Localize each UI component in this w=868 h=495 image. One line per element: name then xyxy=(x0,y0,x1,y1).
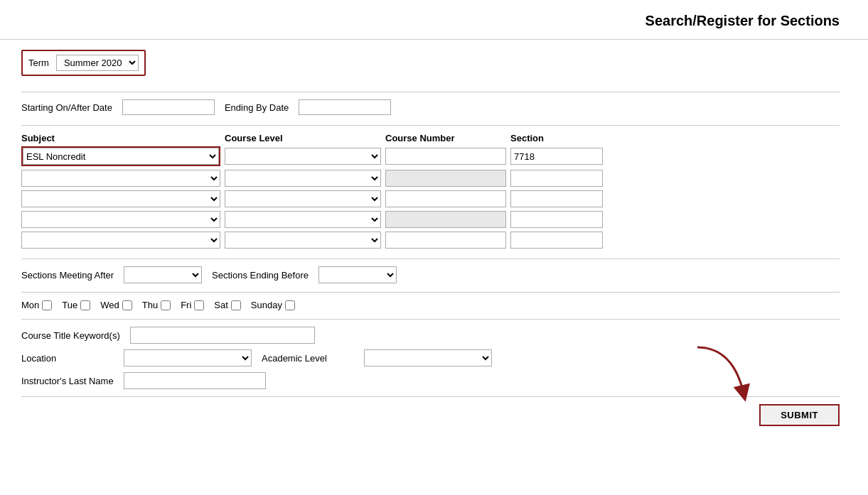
day-tue-checkbox[interactable] xyxy=(80,300,90,310)
course-row-1: ESL Noncredit xyxy=(21,146,840,166)
section-input-1[interactable] xyxy=(510,148,603,165)
divider-2 xyxy=(21,125,840,126)
day-sunday-checkbox[interactable] xyxy=(285,300,295,310)
location-select[interactable] xyxy=(124,349,252,366)
keyword-row: Course Title Keyword(s) xyxy=(21,327,840,344)
subject-select-3[interactable] xyxy=(21,190,220,207)
submit-button[interactable]: SUBMIT xyxy=(759,404,840,426)
divider-5 xyxy=(21,319,840,320)
course-number-input-2[interactable] xyxy=(385,170,506,187)
meeting-before-label: Sections Ending Before xyxy=(212,270,309,281)
divider-3 xyxy=(21,259,840,259)
day-fri: Fri xyxy=(181,300,204,310)
keyword-label: Course Title Keyword(s) xyxy=(21,330,120,341)
day-tue: Tue xyxy=(62,300,90,310)
divider-4 xyxy=(21,292,840,293)
date-row: Starting On/After Date Ending By Date xyxy=(21,99,840,115)
day-fri-label: Fri xyxy=(181,300,191,310)
section-input-4[interactable] xyxy=(510,211,603,228)
day-wed-label: Wed xyxy=(100,300,119,310)
subject-col-highlighted: ESL Noncredit xyxy=(21,146,220,166)
keyword-input[interactable] xyxy=(130,327,315,344)
course-row-3 xyxy=(21,190,840,207)
page-wrapper: Search/Register for Sections Term Summer… xyxy=(0,0,868,495)
meeting-after-select[interactable] xyxy=(124,266,202,283)
day-mon: Mon xyxy=(21,300,52,310)
section-header: Section xyxy=(510,133,603,143)
start-date-label: Starting On/After Date xyxy=(21,102,112,113)
day-sat: Sat xyxy=(214,300,241,310)
end-date-input[interactable] xyxy=(299,99,391,115)
day-thu-label: Thu xyxy=(142,300,158,310)
section-input-5[interactable] xyxy=(510,232,603,249)
subject-select-5[interactable] xyxy=(21,232,220,249)
day-fri-checkbox[interactable] xyxy=(194,300,204,310)
submit-area: SUBMIT xyxy=(21,396,840,436)
course-row-2 xyxy=(21,170,840,187)
course-row-4 xyxy=(21,211,840,228)
meeting-row: Sections Meeting After Sections Ending B… xyxy=(21,266,840,283)
form-area: Term Summer 2020 Fall 2020 Spring 2021 S… xyxy=(0,40,868,446)
instructor-input[interactable] xyxy=(124,372,266,389)
course-number-input-5[interactable] xyxy=(385,232,506,249)
day-wed: Wed xyxy=(100,300,132,310)
meeting-after-label: Sections Meeting After xyxy=(21,270,114,281)
day-wed-checkbox[interactable] xyxy=(122,300,132,310)
course-number-input-1[interactable] xyxy=(385,148,506,165)
course-row-5 xyxy=(21,232,840,249)
divider-1 xyxy=(21,92,840,92)
subject-select-1[interactable]: ESL Noncredit xyxy=(23,148,219,165)
course-number-input-3[interactable] xyxy=(385,190,506,207)
course-level-header: Course Level xyxy=(225,133,381,143)
section-input-3[interactable] xyxy=(510,190,603,207)
course-level-select-4[interactable] xyxy=(225,211,381,228)
arrow-annotation xyxy=(690,344,754,404)
day-thu-checkbox[interactable] xyxy=(161,300,171,310)
term-select[interactable]: Summer 2020 Fall 2020 Spring 2021 xyxy=(56,55,139,71)
day-thu: Thu xyxy=(142,300,171,310)
section-input-2[interactable] xyxy=(510,170,603,187)
subject-select-4[interactable] xyxy=(21,211,220,228)
course-level-select-3[interactable] xyxy=(225,190,381,207)
instructor-label: Instructor's Last Name xyxy=(21,376,114,386)
subject-select-2[interactable] xyxy=(21,170,220,187)
course-level-select-1[interactable] xyxy=(225,148,381,165)
subject-header: Subject xyxy=(21,133,220,143)
end-date-label: Ending By Date xyxy=(225,102,289,113)
day-tue-label: Tue xyxy=(62,300,77,310)
course-section: Subject Course Level Course Number Secti… xyxy=(21,133,840,249)
course-level-select-5[interactable] xyxy=(225,232,381,249)
day-sat-label: Sat xyxy=(214,300,228,310)
course-number-header: Course Number xyxy=(385,133,506,143)
day-sunday: Sunday xyxy=(251,300,295,310)
day-mon-checkbox[interactable] xyxy=(42,300,52,310)
course-number-input-4[interactable] xyxy=(385,211,506,228)
day-sunday-label: Sunday xyxy=(251,300,282,310)
course-headers: Subject Course Level Course Number Secti… xyxy=(21,133,840,143)
academic-label: Academic Level xyxy=(262,353,354,364)
academic-select[interactable] xyxy=(364,349,492,366)
meeting-before-select[interactable] xyxy=(318,266,397,283)
term-row-wrapper: Term Summer 2020 Fall 2020 Spring 2021 xyxy=(21,50,840,85)
day-mon-label: Mon xyxy=(21,300,39,310)
location-label: Location xyxy=(21,353,114,364)
page-title: Search/Register for Sections xyxy=(0,0,868,40)
term-row: Term Summer 2020 Fall 2020 Spring 2021 xyxy=(21,50,146,76)
start-date-input[interactable] xyxy=(122,99,215,115)
day-sat-checkbox[interactable] xyxy=(231,300,241,310)
days-row: Mon Tue Wed Thu Fri Sat xyxy=(21,300,840,310)
term-label: Term xyxy=(28,58,49,68)
course-level-select-2[interactable] xyxy=(225,170,381,187)
